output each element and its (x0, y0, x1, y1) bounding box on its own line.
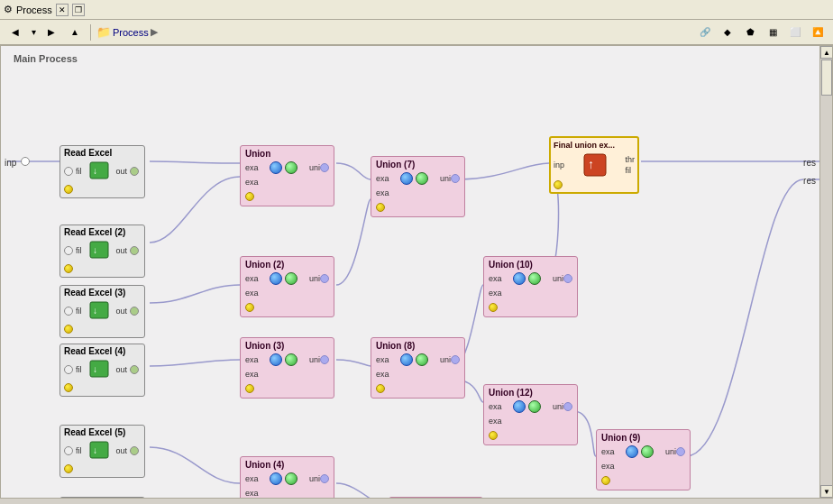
scroll-up-btn[interactable]: ▲ (820, 46, 833, 59)
back-dropdown-button[interactable]: ▾ (29, 23, 38, 42)
union-4-node[interactable]: Union (4) exa uni exa (240, 456, 334, 499)
u1-exa2: exa (245, 178, 259, 187)
re2-out-port (130, 246, 139, 255)
shape-button[interactable]: ⬟ (740, 23, 760, 42)
forward-button[interactable]: ▶ (41, 23, 61, 42)
re5-fil-label: fil (76, 446, 82, 455)
union-2-title: Union (2) (245, 260, 329, 270)
read-excel-4-node[interactable]: Read Excel (4) fil ↓ out (60, 344, 145, 397)
u8-exa2: exa (376, 370, 389, 379)
u3-exa1: exa (245, 355, 259, 364)
u2-exa2: exa (245, 289, 259, 298)
union-9-node[interactable]: Union (9) exa uni exa (596, 429, 691, 490)
svg-text:↑: ↑ (588, 157, 594, 171)
union-5-node[interactable]: Union (5) exa uni exa (389, 497, 483, 499)
restore-button[interactable]: ❐ (72, 4, 85, 16)
svg-text:↓: ↓ (93, 166, 97, 176)
u3-exa2: exa (245, 370, 259, 379)
re5-out-label: out (116, 446, 128, 455)
res1-label: res (803, 158, 816, 168)
scrollbar-right[interactable]: ▲ ▼ (819, 46, 832, 498)
union-2-node[interactable]: Union (2) exa uni exa (240, 256, 334, 317)
u7-uni: uni (440, 174, 451, 183)
svg-text:↓: ↓ (93, 245, 97, 255)
union-8-node[interactable]: Union (8) exa uni exa (371, 337, 465, 399)
union-1-title: Union (245, 149, 329, 159)
re4-out-label: out (116, 365, 128, 374)
re3-port-left (64, 307, 73, 316)
scroll-down-btn[interactable]: ▼ (820, 485, 833, 498)
folder-icon: 📁 (96, 25, 111, 39)
read-excel-5-node[interactable]: Read Excel (5) fil ↓ out (60, 425, 145, 478)
re1-out-port (130, 167, 139, 176)
u2-exa1: exa (245, 274, 259, 283)
union-10-node[interactable]: Union (10) exa uni exa (483, 256, 578, 317)
u12-uni: uni (553, 402, 563, 411)
link-button[interactable]: 🔗 (695, 23, 715, 42)
u1-exa1: exa (245, 163, 259, 172)
union-7-node[interactable]: Union (7) exa uni exa (371, 156, 465, 217)
union-12-node[interactable]: Union (12) exa uni exa (483, 384, 578, 445)
svg-text:↓: ↓ (93, 364, 97, 374)
toolbar-right: 🔗 ◆ ⬟ ▦ ⬜ 🔼 (695, 23, 828, 42)
u12-exa2: exa (489, 417, 502, 426)
re3-out-label: out (116, 307, 128, 316)
toolbar-divider (90, 24, 91, 41)
read-excel-6-node[interactable]: Read Excel (6) fil ↓ out (60, 497, 145, 499)
final-union-title: Final union ex... (554, 141, 635, 150)
u10-uni: uni (553, 274, 563, 283)
re1-fil-label: fil (76, 167, 82, 176)
union-3-title: Union (3) (245, 341, 329, 351)
re4-fil-label: fil (76, 365, 82, 374)
up-button[interactable]: ▲ (65, 23, 85, 42)
back-button[interactable]: ◀ (5, 23, 25, 42)
svg-text:↓: ↓ (93, 445, 97, 455)
breadcrumb-process[interactable]: Process (113, 27, 149, 38)
inp-port (21, 157, 30, 166)
u10-exa2: exa (489, 289, 502, 298)
re2-out-label: out (116, 246, 128, 255)
title-bar: ⚙ Process ✕ ❐ (0, 0, 833, 20)
up-arrow-button[interactable]: 🔼 (808, 23, 828, 42)
canvas-label: Main Process (14, 53, 78, 64)
re3-yellow-port (64, 325, 73, 334)
breadcrumb-sep: ▶ (151, 26, 158, 38)
u8-uni: uni (440, 355, 451, 364)
u3-uni: uni (309, 355, 320, 364)
read-excel-1-node[interactable]: Read Excel fil ↓ out (60, 145, 145, 198)
inp-label: inp (5, 158, 16, 168)
read-excel-2-node[interactable]: Read Excel (2) fil ↓ out (60, 225, 145, 278)
close-button[interactable]: ✕ (56, 4, 69, 16)
u1-ball-blue (270, 161, 282, 174)
re1-port-left (64, 167, 73, 176)
u8-exa1: exa (376, 355, 389, 364)
final-union-node[interactable]: Final union ex... inp ↑ thr fil (549, 136, 639, 194)
u9-exa1: exa (601, 447, 615, 456)
re2-yellow-port (64, 264, 73, 273)
toolbar: ◀ ▾ ▶ ▲ 📁 Process ▶ 🔗 ◆ ⬟ ▦ ⬜ 🔼 (0, 20, 833, 45)
re1-out-label: out (116, 167, 128, 176)
union-4-title: Union (4) (245, 460, 329, 470)
res2-label: res (803, 176, 816, 186)
union-9-title: Union (9) (601, 433, 685, 443)
union-3-node[interactable]: Union (3) exa uni exa (240, 337, 334, 399)
title-text: Process (16, 5, 52, 15)
final-thr-label: thr (625, 155, 635, 164)
union-1-node[interactable]: Union exa uni exa (240, 145, 334, 206)
process-icon: ⚙ (4, 4, 13, 15)
read-excel-3-title: Read Excel (3) (64, 288, 141, 298)
grid-button[interactable]: ▦ (763, 23, 783, 42)
u1-uni: uni (309, 163, 320, 172)
u9-exa2: exa (601, 462, 615, 471)
final-fil-label: fil (625, 166, 635, 175)
scroll-thumb[interactable] (821, 60, 832, 96)
union-8-title: Union (8) (376, 341, 460, 351)
union-10-title: Union (10) (489, 260, 572, 270)
read-excel-3-node[interactable]: Read Excel (3) fil ↓ out (60, 285, 145, 338)
u7-exa2: exa (376, 188, 389, 197)
diamond-button[interactable]: ◆ (718, 23, 737, 42)
square-button[interactable]: ⬜ (785, 23, 805, 42)
read-excel-1-title: Read Excel (64, 148, 141, 158)
u12-exa1: exa (489, 402, 502, 411)
re3-fil-label: fil (76, 307, 82, 316)
